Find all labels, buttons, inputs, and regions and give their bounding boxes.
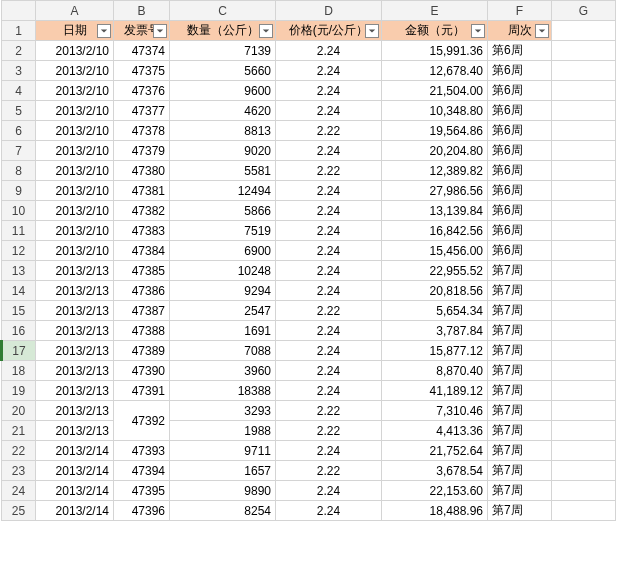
- cell-qty[interactable]: 9020: [170, 141, 276, 161]
- cell-week[interactable]: 第7周: [488, 441, 552, 461]
- cell[interactable]: [552, 481, 616, 501]
- cell-week[interactable]: 第7周: [488, 301, 552, 321]
- cell-week[interactable]: 第7周: [488, 281, 552, 301]
- cell-price[interactable]: 2.24: [276, 441, 382, 461]
- cell-date[interactable]: 2013/2/10: [36, 141, 114, 161]
- cell-price[interactable]: 2.24: [276, 501, 382, 521]
- cell-invoice[interactable]: 47376: [114, 81, 170, 101]
- cell-invoice[interactable]: 47378: [114, 121, 170, 141]
- header-cell[interactable]: 发票号: [114, 21, 170, 41]
- cell-invoice[interactable]: 47390: [114, 361, 170, 381]
- cell-price[interactable]: 2.22: [276, 461, 382, 481]
- cell-week[interactable]: 第7周: [488, 361, 552, 381]
- header-cell[interactable]: 周次: [488, 21, 552, 41]
- row-header[interactable]: 12: [2, 241, 36, 261]
- cell-amount[interactable]: 22,153.60: [382, 481, 488, 501]
- column-header-C[interactable]: C: [170, 1, 276, 21]
- cell-price[interactable]: 2.24: [276, 241, 382, 261]
- row-header[interactable]: 24: [2, 481, 36, 501]
- cell-amount[interactable]: 13,139.84: [382, 201, 488, 221]
- cell-qty[interactable]: 7519: [170, 221, 276, 241]
- cell[interactable]: [552, 361, 616, 381]
- cell-week[interactable]: 第7周: [488, 501, 552, 521]
- row-header[interactable]: 22: [2, 441, 36, 461]
- cell-date[interactable]: 2013/2/13: [36, 301, 114, 321]
- cell-date[interactable]: 2013/2/13: [36, 421, 114, 441]
- cell-week[interactable]: 第7周: [488, 381, 552, 401]
- cell-week[interactable]: 第7周: [488, 461, 552, 481]
- cell-qty[interactable]: 9711: [170, 441, 276, 461]
- row-header[interactable]: 21: [2, 421, 36, 441]
- cell-invoice[interactable]: 47391: [114, 381, 170, 401]
- cell[interactable]: [552, 441, 616, 461]
- cell-date[interactable]: 2013/2/10: [36, 161, 114, 181]
- cell-price[interactable]: 2.24: [276, 341, 382, 361]
- cell[interactable]: [552, 81, 616, 101]
- cell-invoice[interactable]: 47374: [114, 41, 170, 61]
- cell-qty[interactable]: 3960: [170, 361, 276, 381]
- filter-dropdown-icon[interactable]: [365, 24, 379, 38]
- cell-price[interactable]: 2.24: [276, 221, 382, 241]
- cell-price[interactable]: 2.22: [276, 301, 382, 321]
- cell-price[interactable]: 2.24: [276, 381, 382, 401]
- cell-invoice[interactable]: 47375: [114, 61, 170, 81]
- filter-dropdown-icon[interactable]: [259, 24, 273, 38]
- cell-amount[interactable]: 8,870.40: [382, 361, 488, 381]
- cell-qty[interactable]: 8813: [170, 121, 276, 141]
- cell-week[interactable]: 第6周: [488, 201, 552, 221]
- cell-price[interactable]: 2.24: [276, 61, 382, 81]
- cell-qty[interactable]: 12494: [170, 181, 276, 201]
- cell-date[interactable]: 2013/2/14: [36, 441, 114, 461]
- cell-amount[interactable]: 41,189.12: [382, 381, 488, 401]
- row-header[interactable]: 6: [2, 121, 36, 141]
- cell[interactable]: [552, 501, 616, 521]
- cell[interactable]: [552, 221, 616, 241]
- cell-date[interactable]: 2013/2/10: [36, 241, 114, 261]
- cell[interactable]: [552, 281, 616, 301]
- select-all-corner[interactable]: [2, 1, 36, 21]
- cell-amount[interactable]: 20,204.80: [382, 141, 488, 161]
- cell-week[interactable]: 第6周: [488, 101, 552, 121]
- cell-date[interactable]: 2013/2/10: [36, 221, 114, 241]
- cell-qty[interactable]: 5581: [170, 161, 276, 181]
- cell-invoice[interactable]: 47386: [114, 281, 170, 301]
- cell[interactable]: [552, 161, 616, 181]
- row-header[interactable]: 2: [2, 41, 36, 61]
- cell-qty[interactable]: 9890: [170, 481, 276, 501]
- spreadsheet-grid[interactable]: A B C D E F G 1日期发票号数量（公斤）价格(元/公斤）金额（元）周…: [0, 0, 616, 521]
- cell-date[interactable]: 2013/2/10: [36, 101, 114, 121]
- cell[interactable]: [552, 21, 616, 41]
- cell-qty[interactable]: 4620: [170, 101, 276, 121]
- cell-week[interactable]: 第7周: [488, 481, 552, 501]
- cell-amount[interactable]: 18,488.96: [382, 501, 488, 521]
- filter-dropdown-icon[interactable]: [97, 24, 111, 38]
- cell-invoice[interactable]: 47385: [114, 261, 170, 281]
- cell-invoice[interactable]: 47380: [114, 161, 170, 181]
- cell[interactable]: [552, 401, 616, 421]
- row-header[interactable]: 25: [2, 501, 36, 521]
- cell[interactable]: [552, 461, 616, 481]
- cell-amount[interactable]: 22,955.52: [382, 261, 488, 281]
- cell-qty[interactable]: 8254: [170, 501, 276, 521]
- cell-invoice[interactable]: 47387: [114, 301, 170, 321]
- cell-date[interactable]: 2013/2/13: [36, 321, 114, 341]
- cell-date[interactable]: 2013/2/10: [36, 61, 114, 81]
- cell-amount[interactable]: 3,787.84: [382, 321, 488, 341]
- cell-date[interactable]: 2013/2/13: [36, 381, 114, 401]
- cell-qty[interactable]: 2547: [170, 301, 276, 321]
- cell-week[interactable]: 第6周: [488, 221, 552, 241]
- cell-invoice[interactable]: 47382: [114, 201, 170, 221]
- cell-qty[interactable]: 5660: [170, 61, 276, 81]
- cell-price[interactable]: 2.24: [276, 181, 382, 201]
- filter-dropdown-icon[interactable]: [471, 24, 485, 38]
- column-header-A[interactable]: A: [36, 1, 114, 21]
- cell[interactable]: [552, 381, 616, 401]
- filter-dropdown-icon[interactable]: [535, 24, 549, 38]
- cell-invoice[interactable]: 47395: [114, 481, 170, 501]
- cell-week[interactable]: 第7周: [488, 321, 552, 341]
- cell[interactable]: [552, 201, 616, 221]
- header-cell[interactable]: 日期: [36, 21, 114, 41]
- cell-amount[interactable]: 15,456.00: [382, 241, 488, 261]
- row-header[interactable]: 7: [2, 141, 36, 161]
- cell-invoice[interactable]: 47381: [114, 181, 170, 201]
